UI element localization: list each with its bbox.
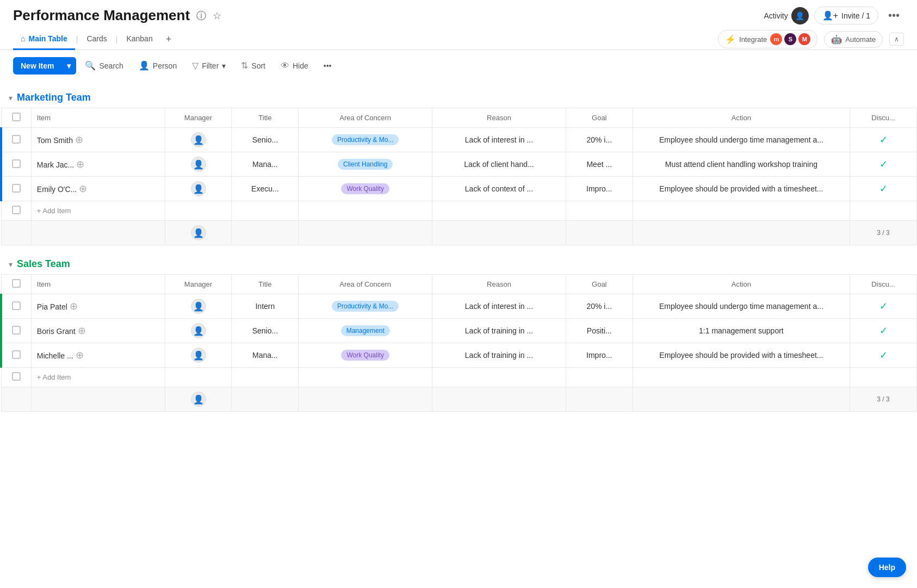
tab-kanban[interactable]: Kanban — [119, 29, 160, 50]
row-checkbox-input[interactable] — [12, 184, 21, 193]
invite-button[interactable]: 👤+ Invite / 1 — [814, 7, 878, 24]
row-manager: 👤 — [165, 128, 232, 152]
summary-manager-cell: 👤 — [165, 387, 232, 412]
summary-empty-6 — [566, 221, 633, 245]
row-concern: Management — [299, 319, 432, 343]
row-goal: Positi... — [566, 319, 633, 343]
marketing-group-title: Marketing Team — [17, 92, 91, 103]
row-checkbox[interactable] — [1, 152, 31, 177]
summary-empty-3 — [232, 387, 299, 412]
add-item-empty-3 — [299, 201, 432, 221]
marketing-table-wrapper: Item Manager Title Area of Concern Reaso… — [0, 108, 917, 245]
summary-empty-2 — [31, 387, 165, 412]
col-header-title: Title — [232, 275, 299, 294]
row-checkbox-input[interactable] — [12, 326, 21, 335]
check-icon: ✓ — [879, 350, 888, 361]
header-checkbox[interactable] — [12, 279, 21, 288]
row-checkbox[interactable] — [1, 294, 31, 319]
tab-cards[interactable]: Cards — [79, 29, 114, 50]
header-checkbox[interactable] — [12, 113, 21, 121]
row-checkbox-input[interactable] — [12, 135, 21, 144]
row-action: Employee should undergo time management … — [633, 128, 850, 152]
avatar: 👤 — [791, 7, 809, 24]
row-item: Mark Jac... ⊕ — [31, 152, 165, 177]
item-name: Emily O'C... — [37, 185, 77, 194]
row-checkbox[interactable] — [1, 343, 31, 368]
add-item-label[interactable]: + Add Item — [31, 201, 165, 221]
automate-icon: 🤖 — [831, 34, 842, 45]
row-checkbox-input[interactable] — [12, 159, 21, 168]
marketing-group-header[interactable]: ▾ Marketing Team — [0, 88, 917, 108]
row-checkbox[interactable] — [1, 177, 31, 201]
integrate-label: Integrate — [739, 35, 767, 44]
filter-button[interactable]: ▽ Filter ▾ — [185, 57, 232, 75]
person-label: Person — [153, 61, 177, 70]
slack-app-icon: S — [784, 33, 796, 45]
new-item-button[interactable]: New Item ▾ — [13, 57, 76, 75]
activity-label: Activity — [764, 11, 788, 20]
activity-button[interactable]: Activity 👤 — [764, 7, 808, 24]
check-icon: ✓ — [879, 183, 888, 194]
add-item-empty-2 — [232, 368, 299, 387]
more-toolbar-button[interactable]: ••• — [317, 58, 338, 74]
add-item-empty-4 — [432, 201, 566, 221]
row-title: Mana... — [232, 152, 299, 177]
row-checkbox-input[interactable] — [12, 350, 21, 359]
sales-chevron-icon: ▾ — [9, 260, 13, 269]
tab-divider-1: | — [76, 35, 78, 44]
row-checkbox-input[interactable] — [12, 301, 21, 310]
add-tab-button[interactable]: + — [160, 29, 177, 49]
item-name: Tom Smith — [37, 136, 73, 145]
summary-empty-6 — [566, 387, 633, 412]
manager-avatar: 👤 — [191, 181, 206, 196]
summary-count: 3 / 3 — [850, 221, 917, 245]
toolbar: New Item ▾ 🔍 Search 👤 Person ▽ Filter ▾ … — [0, 50, 917, 79]
add-person-icon[interactable]: ⊕ — [76, 159, 84, 170]
add-person-icon[interactable]: ⊕ — [79, 183, 87, 194]
add-item-empty-7 — [850, 368, 917, 387]
tab-right-actions: ⚡ Integrate m S M 🤖 Automate ∧ — [718, 30, 904, 48]
sort-button[interactable]: ⇅ Sort — [234, 57, 272, 75]
automate-button[interactable]: 🤖 Automate — [824, 31, 883, 48]
row-item: Pia Patel ⊕ — [31, 294, 165, 319]
sales-group-header[interactable]: ▾ Sales Team — [0, 254, 917, 274]
add-item-label[interactable]: + Add Item — [31, 368, 165, 387]
add-item-row[interactable]: + Add Item — [1, 368, 917, 387]
add-item-checkbox[interactable] — [12, 206, 21, 214]
row-action: Must attend client handling workshop tra… — [633, 152, 850, 177]
summary-avatar: 👤 — [191, 225, 206, 240]
automate-label: Automate — [845, 35, 876, 44]
add-person-icon[interactable]: ⊕ — [70, 301, 78, 312]
sort-label: Sort — [251, 61, 265, 70]
collapse-button[interactable]: ∧ — [889, 33, 904, 46]
table-row: Boris Grant ⊕ 👤 Senio... Management Lack… — [1, 319, 917, 343]
hide-button[interactable]: 👁 Hide — [274, 57, 315, 75]
new-item-dropdown-arrow[interactable]: ▾ — [61, 57, 76, 75]
add-person-icon[interactable]: ⊕ — [76, 350, 84, 361]
integrate-icon: ⚡ — [725, 34, 736, 45]
new-item-label[interactable]: New Item — [13, 57, 61, 75]
more-options-button[interactable]: ••• — [884, 7, 904, 24]
row-checkbox[interactable] — [1, 319, 31, 343]
row-item: Emily O'C... ⊕ — [31, 177, 165, 201]
row-concern: Work Quality — [299, 177, 432, 201]
search-button[interactable]: 🔍 Search — [78, 57, 129, 75]
add-item-row[interactable]: + Add Item — [1, 201, 917, 221]
row-checkbox[interactable] — [1, 128, 31, 152]
tab-main-table[interactable]: ⌂ Main Table — [13, 29, 75, 50]
tab-bar: ⌂ Main Table | Cards | Kanban + ⚡ Integr… — [0, 29, 917, 50]
integrate-button[interactable]: ⚡ Integrate m S M — [718, 30, 817, 48]
star-button[interactable]: ☆ — [212, 9, 222, 23]
summary-empty-1 — [1, 387, 31, 412]
concern-badge: Work Quality — [341, 350, 389, 361]
summary-empty-1 — [1, 221, 31, 245]
check-icon: ✓ — [879, 159, 888, 170]
manager-avatar: 👤 — [191, 323, 206, 338]
add-person-icon[interactable]: ⊕ — [75, 134, 83, 145]
monday-app-icon: m — [770, 33, 782, 45]
add-item-checkbox[interactable] — [12, 372, 21, 381]
person-button[interactable]: 👤 Person — [132, 57, 183, 75]
table-row: Mark Jac... ⊕ 👤 Mana... Client Handling … — [1, 152, 917, 177]
add-person-icon[interactable]: ⊕ — [78, 325, 86, 336]
info-button[interactable]: ⓘ — [195, 8, 207, 23]
